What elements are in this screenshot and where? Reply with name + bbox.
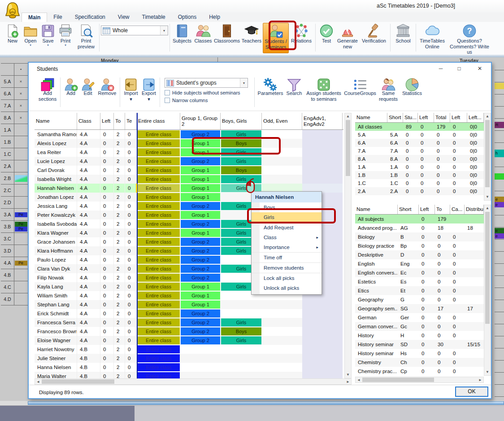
student-row-maria-walter[interactable]: Maria Walter4.B020Entire class <box>35 372 343 378</box>
cell-odd-even[interactable] <box>262 363 302 372</box>
menu-tab-specification[interactable]: Specification <box>69 13 112 22</box>
chevron-down-icon[interactable]: ▾ <box>65 44 66 47</box>
cell-gender[interactable] <box>221 345 262 354</box>
cell-group[interactable]: Group 1 <box>180 175 221 184</box>
subject-row-etics-et[interactable]: EticsEt000 <box>355 286 484 295</box>
questions-button[interactable]: ?Questions? Comments? Write us <box>447 23 492 53</box>
column-header-total[interactable]: Total <box>434 113 450 122</box>
cell-group[interactable]: Group 1 <box>180 193 221 202</box>
scrollbar-thumb[interactable] <box>28 401 504 405</box>
cell-entire-class[interactable]: Entire class <box>137 210 180 219</box>
subjects-button[interactable]: Subjects <box>171 23 193 53</box>
cell-entire-class[interactable]: Entire class <box>137 157 180 166</box>
context-menu-item-add-request[interactable]: Add Request <box>252 223 322 232</box>
cell-entire-class[interactable]: Entire class <box>137 130 180 139</box>
cell-engadv[interactable] <box>302 354 343 363</box>
column-header-left[interactable]: Left <box>450 113 467 122</box>
subject-row-geography-g[interactable]: GeographyG000 <box>355 295 484 304</box>
export-button[interactable]: Export▾ <box>140 77 158 102</box>
column-header-name[interactable]: Name <box>35 113 77 129</box>
cell-gender[interactable] <box>221 354 262 363</box>
cell-group[interactable]: Group 1 <box>180 210 221 219</box>
timetables-online-button[interactable]: TimeTables Online <box>417 23 447 53</box>
chevron-down-icon[interactable]: ▾ <box>30 44 31 47</box>
save-button[interactable]: Save▾ <box>39 23 56 53</box>
class-row-5-a[interactable]: 5.A× <box>1 76 28 88</box>
cell-entire-class[interactable]: Entire class <box>137 219 180 228</box>
class-row-2-a[interactable]: 2.A <box>1 160 28 172</box>
subject-row-history-seminar-hs[interactable]: History seminarHs000 <box>355 349 484 358</box>
cell-odd-even[interactable] <box>262 166 302 175</box>
cell-group[interactable]: Group 1 <box>180 282 221 291</box>
class-row-3-d[interactable]: 3.D <box>1 245 28 257</box>
context-menu-item-class[interactable]: Class▸ <box>252 232 322 242</box>
context-menu-item-lock-all-picks[interactable]: Lock all picks <box>252 273 322 283</box>
cell-engadv[interactable] <box>302 318 343 327</box>
cell-gender[interactable]: Girls <box>221 157 262 166</box>
cell-odd-even[interactable] <box>262 318 302 327</box>
subject-row-geography-sem-sg[interactable]: Geography sem...SG01717 <box>355 304 484 313</box>
cell-engadv[interactable] <box>302 130 343 139</box>
cell-entire-class[interactable]: Entire class <box>137 184 180 193</box>
column-header-te[interactable]: Te <box>125 113 137 129</box>
context-menu-item-remove-students[interactable]: Remove students <box>252 263 322 273</box>
column-header-distributi[interactable]: Distributi <box>465 205 484 214</box>
cell-engadv[interactable] <box>302 148 343 157</box>
school-button[interactable]: School <box>392 23 414 53</box>
cell-entire-class[interactable]: Entire class <box>137 363 180 372</box>
view-select[interactable]: Whole▾ <box>101 26 168 35</box>
cell-gender[interactable] <box>221 309 262 318</box>
class-row-6-a[interactable]: 6.A× <box>1 88 28 100</box>
column-header-ca[interactable]: Ca... <box>450 205 465 214</box>
subject-row-estetics-es[interactable]: EsteticsEs000 <box>355 277 484 286</box>
subject-row-english-convers-ec[interactable]: English convers...Ec000 <box>355 268 484 277</box>
cell-odd-even[interactable] <box>262 148 302 157</box>
cell-odd-even[interactable] <box>262 157 302 166</box>
coursegroups-button[interactable]: CourseGroups <box>343 77 377 96</box>
cell-group[interactable] <box>180 372 221 378</box>
class-row-4-a[interactable]: 4.APe <box>1 257 28 269</box>
cell-group[interactable]: Group 1 <box>180 148 221 157</box>
remove-button[interactable]: Remove <box>96 77 118 96</box>
context-menu-item-importance[interactable]: Importance▸ <box>252 242 322 252</box>
teachers-button[interactable]: Teachers <box>240 23 263 53</box>
cell-engadv[interactable] <box>302 157 343 166</box>
context-menu-item-time-off[interactable]: Time off <box>252 253 322 262</box>
cell-engadv[interactable] <box>302 336 343 345</box>
subject-row-chemistry-ch[interactable]: ChemistryCh000 <box>355 358 484 367</box>
main-horizontal-scrollbar[interactable] <box>0 401 504 405</box>
student-row-harriet-nowotny[interactable]: Harriet Nowotny4.B020Entire class <box>35 345 343 354</box>
cell-group[interactable]: Group 2 <box>180 327 221 336</box>
cell-gender[interactable]: Girls <box>221 175 262 184</box>
cell-odd-even[interactable] <box>262 300 302 309</box>
menu-tab-timetable[interactable]: Timetable <box>136 13 172 22</box>
cell-engadv[interactable] <box>302 139 343 148</box>
chevron-down-icon[interactable]: ▾ <box>130 96 132 102</box>
cell-engadv[interactable] <box>302 345 343 354</box>
column-header-short[interactable]: Short <box>398 205 419 214</box>
close-button[interactable]: ✕ <box>474 64 486 73</box>
edit-button[interactable]: Edit <box>79 77 96 96</box>
cell-group[interactable]: Group 1 <box>180 300 221 309</box>
class-row-2-c[interactable]: 2.C <box>1 185 28 197</box>
cell-odd-even[interactable] <box>262 130 302 139</box>
class-row-3-b[interactable]: 3.BPePe <box>1 221 28 233</box>
cell-gender[interactable] <box>221 300 262 309</box>
cell-engadv[interactable] <box>302 300 343 309</box>
subjects-vertical-scrollbar[interactable]: ▲▼ <box>484 205 491 376</box>
chevron-down-icon[interactable]: ▾ <box>148 96 150 102</box>
checkbox-icon[interactable] <box>165 98 170 103</box>
cell-group[interactable]: Group 1 <box>180 228 221 237</box>
parameters-button[interactable]: Parameters <box>256 77 284 96</box>
maximize-button[interactable]: □ <box>453 64 465 73</box>
student-row-lea-reiter[interactable]: Lea Reiter4.A020Entire classGroup 1Girls <box>35 148 343 157</box>
print-preview-button[interactable]: Print preview <box>74 23 98 53</box>
subject-row-biology-b[interactable]: BiologyB000 <box>355 232 484 241</box>
cell-group[interactable]: Group 2 <box>180 273 221 282</box>
cell-entire-class[interactable]: Entire class <box>137 193 180 202</box>
add-sections-button[interactable]: Add sections <box>37 77 58 102</box>
menu-tab-main[interactable]: Main <box>22 13 47 22</box>
class-row-1-a[interactable]: 1.A <box>1 124 28 136</box>
import-button[interactable]: Import▾ <box>122 77 140 102</box>
cell-group[interactable]: Group 2 <box>180 219 221 228</box>
